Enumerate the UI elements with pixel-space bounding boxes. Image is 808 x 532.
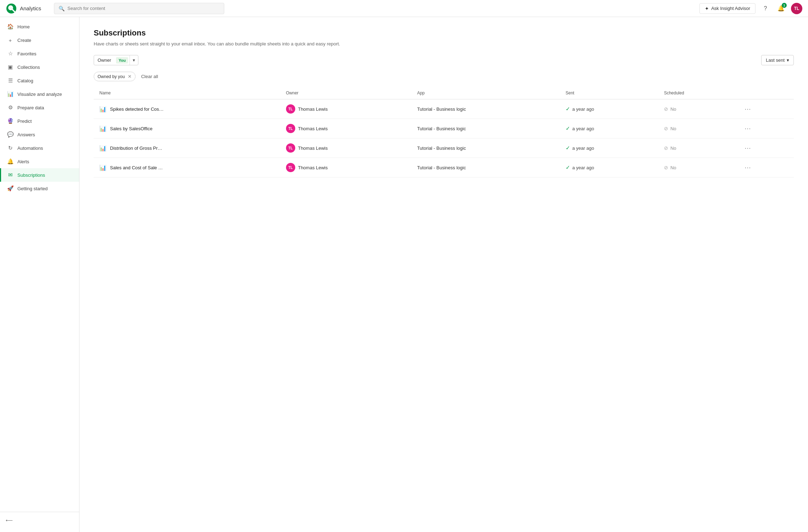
sidebar-label-answers: Answers bbox=[17, 132, 35, 137]
sidebar-label-catalog: Catalog bbox=[17, 78, 33, 83]
subscription-icon-0: 📊 bbox=[99, 106, 106, 113]
sidebar-item-catalog[interactable]: ☰ Catalog bbox=[0, 74, 79, 87]
sidebar-label-favorites: Favorites bbox=[17, 51, 36, 56]
subscription-name-0: Spikes detected for Cos… bbox=[110, 106, 164, 112]
sidebar-item-automations[interactable]: ↻ Automations bbox=[0, 141, 79, 155]
sent-checkmark-3: ✓ bbox=[566, 164, 570, 171]
cell-scheduled-3: ⊘ No bbox=[658, 158, 736, 177]
cell-owner-0: TL Thomas Lewis bbox=[280, 99, 412, 119]
row-actions-button-0[interactable]: ⋯ bbox=[742, 104, 754, 114]
notifications-button[interactable]: 🔔 1 bbox=[775, 3, 787, 14]
help-button[interactable]: ? bbox=[760, 3, 771, 14]
cell-actions-1: ⋯ bbox=[736, 119, 794, 138]
table-row: 📊 Sales and Cost of Sale … TL Thomas Lew… bbox=[94, 158, 794, 177]
owned-by-you-chip[interactable]: Owned by you ✕ bbox=[94, 72, 136, 81]
owner-dropdown-button[interactable]: ▾ bbox=[130, 55, 138, 65]
sort-button[interactable]: Last sent ▾ bbox=[761, 55, 794, 65]
search-bar[interactable]: 🔍 bbox=[54, 3, 224, 14]
owner-avatar-1: TL bbox=[286, 124, 295, 133]
owner-avatar-2: TL bbox=[286, 143, 295, 153]
table-row: 📊 Distribution of Gross Pr… TL Thomas Le… bbox=[94, 138, 794, 158]
sent-time-2: a year ago bbox=[572, 146, 594, 151]
sidebar-item-alerts[interactable]: 🔔 Alerts bbox=[0, 155, 79, 168]
page-description: Have charts or sheets sent straight to y… bbox=[94, 41, 794, 46]
sidebar-item-prepare[interactable]: ⚙ Prepare data bbox=[0, 101, 79, 114]
subscription-name-3: Sales and Cost of Sale … bbox=[110, 165, 163, 170]
sidebar-item-create[interactable]: + Create bbox=[0, 33, 79, 47]
sidebar-item-home[interactable]: 🏠 Home bbox=[0, 20, 79, 33]
remove-filter-icon[interactable]: ✕ bbox=[128, 74, 132, 79]
sidebar-item-subscriptions[interactable]: ✉ Subscriptions bbox=[0, 168, 79, 182]
sidebar-icon-answers: 💬 bbox=[7, 131, 14, 138]
cell-sent-3: ✓ a year ago bbox=[560, 158, 658, 177]
sent-time-1: a year ago bbox=[572, 126, 594, 131]
cell-name-0: 📊 Spikes detected for Cos… bbox=[94, 99, 280, 119]
help-icon: ? bbox=[764, 5, 767, 12]
subscription-name-1: Sales by SalesOffice bbox=[110, 126, 153, 131]
notification-badge: 1 bbox=[782, 3, 787, 8]
row-actions-button-2[interactable]: ⋯ bbox=[742, 143, 754, 153]
cell-owner-3: TL Thomas Lewis bbox=[280, 158, 412, 177]
cell-app-3: Tutorial - Business logic bbox=[411, 158, 560, 177]
sidebar-icon-visualize: 📊 bbox=[7, 91, 14, 98]
app-name: Analytics bbox=[20, 5, 41, 11]
active-filters: Owned by you ✕ Clear all bbox=[94, 72, 794, 81]
user-avatar[interactable]: TL bbox=[791, 3, 802, 14]
sidebar-label-predict: Predict bbox=[17, 119, 32, 124]
scheduled-icon-3: ⊘ bbox=[664, 165, 668, 170]
sidebar-icon-catalog: ☰ bbox=[7, 77, 14, 84]
col-name: Name bbox=[94, 87, 280, 99]
topbar-right: ✦ Ask Insight Advisor ? 🔔 1 TL bbox=[699, 3, 802, 14]
filter-bar: Owner You ▾ Last sent ▾ bbox=[94, 55, 794, 65]
logo: Analytics bbox=[6, 3, 41, 14]
table-row: 📊 Sales by SalesOffice TL Thomas Lewis T… bbox=[94, 119, 794, 138]
owner-name-3: Thomas Lewis bbox=[298, 165, 328, 170]
clear-all-button[interactable]: Clear all bbox=[139, 72, 160, 81]
cell-name-2: 📊 Distribution of Gross Pr… bbox=[94, 138, 280, 158]
sent-checkmark-0: ✓ bbox=[566, 106, 570, 112]
sidebar-label-create: Create bbox=[17, 38, 31, 43]
cell-sent-0: ✓ a year ago bbox=[560, 99, 658, 119]
search-input[interactable] bbox=[67, 6, 220, 11]
filter-left: Owner You ▾ bbox=[94, 55, 138, 65]
owner-filter[interactable]: Owner You ▾ bbox=[94, 55, 138, 65]
insight-advisor-button[interactable]: ✦ Ask Insight Advisor bbox=[699, 3, 755, 14]
sent-checkmark-1: ✓ bbox=[566, 125, 570, 132]
cell-name-3: 📊 Sales and Cost of Sale … bbox=[94, 158, 280, 177]
owner-avatar-0: TL bbox=[286, 104, 295, 114]
scheduled-icon-0: ⊘ bbox=[664, 106, 668, 112]
owner-name-0: Thomas Lewis bbox=[298, 106, 328, 112]
sort-label: Last sent bbox=[766, 57, 785, 63]
subscriptions-table: Name Owner App Sent Scheduled 📊 Spikes d… bbox=[94, 87, 794, 177]
sidebar: 🏠 Home + Create ☆ Favorites ▣ Collection… bbox=[0, 0, 79, 532]
scheduled-value-1: No bbox=[670, 126, 676, 131]
row-actions-button-3[interactable]: ⋯ bbox=[742, 162, 754, 173]
owner-filter-label: Owner bbox=[94, 55, 115, 65]
sidebar-nav: 🏠 Home + Create ☆ Favorites ▣ Collection… bbox=[0, 17, 79, 507]
sidebar-item-visualize[interactable]: 📊 Visualize and analyze bbox=[0, 87, 79, 101]
sidebar-icon-automations: ↻ bbox=[7, 144, 14, 152]
sidebar-icon-prepare: ⚙ bbox=[7, 104, 14, 111]
sort-icon: ▾ bbox=[787, 57, 789, 63]
cell-actions-0: ⋯ bbox=[736, 99, 794, 119]
sidebar-item-getting-started[interactable]: 🚀 Getting started bbox=[0, 182, 79, 195]
main-content: Subscriptions Have charts or sheets sent… bbox=[79, 0, 808, 532]
subscription-icon-1: 📊 bbox=[99, 125, 106, 132]
collapse-button[interactable]: ⟵ bbox=[0, 514, 79, 526]
scheduled-value-2: No bbox=[670, 146, 676, 151]
sidebar-divider bbox=[0, 512, 79, 512]
sidebar-label-home: Home bbox=[17, 24, 30, 29]
owner-name-1: Thomas Lewis bbox=[298, 126, 328, 131]
cell-actions-3: ⋯ bbox=[736, 158, 794, 177]
sidebar-item-answers[interactable]: 💬 Answers bbox=[0, 128, 79, 141]
sent-time-3: a year ago bbox=[572, 165, 594, 170]
cell-sent-2: ✓ a year ago bbox=[560, 138, 658, 158]
table-row: 📊 Spikes detected for Cos… TL Thomas Lew… bbox=[94, 99, 794, 119]
header-row: Name Owner App Sent Scheduled bbox=[94, 87, 794, 99]
cell-scheduled-1: ⊘ No bbox=[658, 119, 736, 138]
sidebar-item-predict[interactable]: 🔮 Predict bbox=[0, 114, 79, 128]
sidebar-item-collections[interactable]: ▣ Collections bbox=[0, 60, 79, 74]
subscription-name-2: Distribution of Gross Pr… bbox=[110, 146, 162, 151]
row-actions-button-1[interactable]: ⋯ bbox=[742, 123, 754, 134]
sidebar-item-favorites[interactable]: ☆ Favorites bbox=[0, 47, 79, 60]
